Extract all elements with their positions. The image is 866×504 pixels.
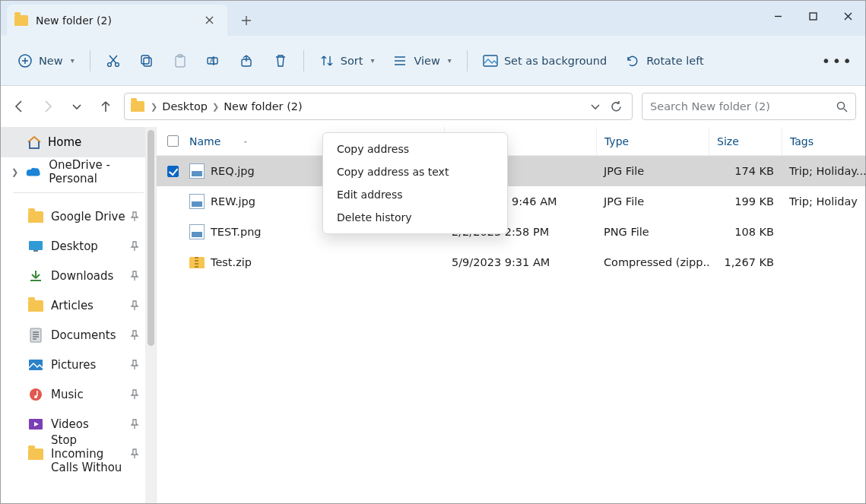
maximize-button[interactable]: [795, 1, 830, 31]
context-menu-item[interactable]: Delete history: [323, 206, 507, 229]
quick-access-label: Videos: [51, 417, 89, 431]
folder-icon: [28, 446, 43, 461]
context-menu-item[interactable]: Copy address as text: [323, 160, 507, 183]
delete-button[interactable]: [265, 46, 296, 75]
context-menu-item[interactable]: Edit address: [323, 183, 507, 206]
music-icon: [28, 387, 43, 402]
pin-icon: [130, 330, 139, 341]
file-type: PNG File: [604, 226, 649, 238]
pin-icon: [130, 300, 139, 311]
quick-access-label: Music: [51, 388, 84, 401]
quick-access-item[interactable]: Pictures: [1, 350, 156, 379]
quick-access-item[interactable]: Downloads: [1, 262, 156, 290]
quick-access-item[interactable]: Stop Incoming Calls Withou: [1, 439, 156, 468]
svg-point-12: [838, 102, 845, 109]
more-icon: •••: [822, 52, 853, 70]
quick-access-item[interactable]: Google Drive: [1, 202, 156, 231]
svg-point-2: [107, 62, 111, 66]
svg-rect-13: [29, 241, 43, 250]
copy-button[interactable]: [132, 46, 162, 75]
column-tags[interactable]: Tags: [782, 127, 865, 155]
quick-access-item[interactable]: Articles: [1, 291, 156, 320]
file-row[interactable]: Test.zip5/9/2023 9:31 AMCompressed (zipp…: [157, 247, 865, 277]
address-bar[interactable]: ❯ Desktop ❯ New folder (2): [124, 93, 633, 120]
file-name: Test.zip: [211, 256, 252, 268]
sort-label: Sort: [341, 55, 363, 67]
back-button[interactable]: [10, 97, 28, 116]
scissors-icon: [106, 53, 121, 68]
pin-icon: [130, 241, 139, 252]
videos-icon: [28, 417, 43, 432]
context-menu-item[interactable]: Copy address: [323, 138, 507, 160]
window-tab[interactable]: New folder (2): [7, 5, 227, 36]
row-checkbox[interactable]: [167, 166, 179, 177]
chevron-right-icon: ❯: [212, 102, 219, 112]
set-background-button[interactable]: Set as background: [475, 46, 614, 75]
search-icon[interactable]: [836, 101, 848, 113]
nav-onedrive[interactable]: ❯ OneDrive - Personal: [1, 157, 156, 186]
address-context-menu: Copy addressCopy address as textEdit add…: [322, 132, 508, 234]
nav-onedrive-label: OneDrive - Personal: [49, 158, 128, 185]
paste-button[interactable]: [165, 46, 195, 75]
image-file-icon: [189, 224, 205, 239]
column-size[interactable]: Size: [709, 127, 782, 155]
close-window-button[interactable]: [830, 1, 865, 31]
folder-icon: [28, 298, 43, 313]
file-row[interactable]: REW.jpg5/15/2023 9:46 AMJPG File199 KBTr…: [157, 186, 865, 217]
pictures-icon: [28, 357, 43, 372]
more-button[interactable]: •••: [819, 46, 856, 75]
search-input[interactable]: [650, 100, 817, 113]
quick-access-label: Downloads: [51, 269, 113, 283]
new-button-label: New: [39, 55, 63, 67]
rename-button[interactable]: A: [198, 46, 229, 75]
file-size: 199 KB: [734, 195, 774, 208]
cut-button[interactable]: [98, 46, 128, 75]
nav-divider: [13, 192, 144, 193]
breadcrumb-desktop[interactable]: Desktop: [162, 100, 208, 113]
view-button[interactable]: View ▾: [385, 46, 458, 75]
nav-home[interactable]: Home: [1, 127, 156, 157]
forward-button[interactable]: [39, 97, 57, 116]
svg-rect-4: [144, 58, 151, 66]
file-row[interactable]: REQ.jpgJPG File174 KBTrip; Holiday...: [157, 156, 865, 186]
select-all-checkbox[interactable]: [167, 135, 179, 147]
explorer-window: New folder (2) New ▾ A: [0, 0, 866, 504]
file-size: 1,267 KB: [724, 256, 774, 268]
nav-home-label: Home: [48, 135, 81, 149]
search-box[interactable]: [642, 93, 856, 120]
breadcrumb-current[interactable]: New folder (2): [224, 100, 302, 113]
window-controls: [760, 1, 865, 31]
image-file-icon: [189, 163, 205, 179]
sort-button[interactable]: Sort ▾: [312, 46, 382, 75]
trash-icon: [273, 53, 288, 68]
quick-access-item[interactable]: Documents: [1, 321, 156, 350]
new-button[interactable]: New ▾: [10, 46, 82, 75]
file-row[interactable]: TEST.png2/2/2023 2:58 PMPNG File108 KB: [157, 217, 865, 247]
refresh-button[interactable]: [610, 100, 623, 113]
rotate-left-label: Rotate left: [646, 55, 704, 67]
nav-scrollbar[interactable]: [145, 127, 156, 503]
image-file-icon: [189, 194, 205, 209]
address-row: ❯ Desktop ❯ New folder (2): [1, 86, 865, 127]
rotate-left-button[interactable]: Rotate left: [617, 46, 712, 75]
close-tab-button[interactable]: [200, 11, 218, 30]
minimize-button[interactable]: [760, 1, 795, 31]
quick-access-label: Pictures: [51, 358, 96, 372]
up-button[interactable]: [97, 97, 115, 116]
column-type[interactable]: Type: [596, 127, 709, 155]
address-dropdown-button[interactable]: [590, 101, 601, 112]
quick-access-item[interactable]: Desktop: [1, 232, 156, 261]
new-tab-button[interactable]: [233, 8, 259, 33]
toolbar: New ▾ A Sort ▾ View ▾ Set as background …: [1, 36, 865, 86]
copy-icon: [139, 53, 154, 68]
quick-access-item[interactable]: Music: [1, 380, 156, 409]
scrollbar-thumb[interactable]: [148, 130, 154, 346]
share-button[interactable]: [232, 46, 262, 75]
file-type: Compressed (zipp...: [604, 256, 709, 268]
column-size-label: Size: [717, 135, 739, 147]
chevron-down-icon: ▾: [71, 56, 75, 65]
svg-point-17: [30, 388, 42, 401]
chevron-right-icon[interactable]: ❯: [11, 167, 18, 177]
recent-locations-button[interactable]: [68, 97, 86, 116]
file-size: 174 KB: [734, 165, 774, 177]
